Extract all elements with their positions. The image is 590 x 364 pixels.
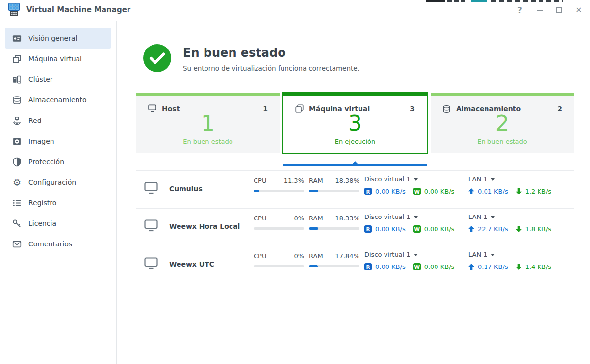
- log-icon: [12, 198, 22, 208]
- ram-meter: RAM18.38%: [309, 177, 359, 192]
- vm-icon: [12, 54, 22, 64]
- chevron-down-icon: [414, 178, 418, 181]
- upload-arrow-icon: [468, 264, 474, 270]
- summary-cards: Host 1 1 En buen estado Máquina virtual …: [136, 93, 574, 153]
- read-badge-icon: R: [364, 225, 372, 233]
- disk-selector[interactable]: Disco virtual 1: [364, 175, 454, 183]
- ram-value: 17.84%: [335, 252, 359, 260]
- chevron-down-icon: [491, 178, 495, 181]
- disk-io: Disco virtual 1 R 0.00 KB/s W 0.00 KB/s: [364, 213, 454, 233]
- maximize-button[interactable]: [555, 6, 564, 15]
- disk-write-speed: 0.00 KB/s: [424, 188, 455, 195]
- upload-arrow-icon: [468, 226, 474, 232]
- sidebar-item-proteccion[interactable]: Protección: [5, 151, 111, 172]
- lan-upload-speed: 22.7 KB/s: [478, 225, 508, 233]
- disk-read-speed: 0.00 KB/s: [375, 263, 406, 270]
- key-icon: [12, 219, 22, 228]
- card-count: 2: [557, 105, 562, 113]
- vm-row-weewx-hora-local[interactable]: Weewx Hora Local CPU0% RAM18.33% Disco v…: [136, 209, 574, 246]
- disk-selector[interactable]: Disco virtual 1: [364, 213, 454, 220]
- status-subtitle: Su entorno de virtualización funciona co…: [183, 64, 359, 72]
- background-window-fragment: [491, 0, 563, 2]
- lan-download-speed: 1.8 KB/s: [525, 225, 551, 233]
- chevron-down-icon: [414, 254, 418, 256]
- lan-selector[interactable]: LAN 1: [468, 175, 551, 183]
- selected-card-indicator: [283, 164, 427, 166]
- card-big-number: 3: [283, 113, 427, 134]
- network-icon: [12, 116, 22, 125]
- sidebar-item-imagen[interactable]: Imagen: [5, 131, 111, 151]
- vm-row-cumulus[interactable]: Cumulus CPU11.3% RAM18.38% Disco virtual…: [136, 171, 574, 209]
- card-status-text: En buen estado: [431, 138, 574, 145]
- vm-monitor-icon: [144, 219, 158, 232]
- write-badge-icon: W: [413, 263, 421, 270]
- card-status-bar: [136, 93, 280, 96]
- close-button[interactable]: ✕: [574, 6, 583, 15]
- disk-io: Disco virtual 1 R 0.00 KB/s W 0.00 KB/s: [364, 175, 454, 195]
- vm-name: Weewx Hora Local: [169, 222, 248, 230]
- sidebar-item-licencia[interactable]: Licencia: [5, 213, 111, 234]
- sidebar-item-registro[interactable]: Registro: [5, 193, 111, 213]
- download-arrow-icon: [516, 188, 522, 194]
- summary-card-almacenamiento[interactable]: Almacenamiento 2 2 En buen estado: [431, 93, 574, 153]
- sidebar: Visión general Máquina virtual Clúster A…: [0, 21, 117, 364]
- shield-icon: [12, 157, 22, 167]
- disk-write-speed: 0.00 KB/s: [424, 263, 455, 270]
- status-title: En buen estado: [183, 46, 359, 60]
- background-window-fragment: [426, 0, 445, 2]
- sidebar-item-almacenamiento[interactable]: Almacenamiento: [5, 90, 111, 110]
- sidebar-item-comentarios[interactable]: Comentarios: [5, 234, 111, 254]
- storage-icon: [442, 104, 451, 113]
- card-label: Almacenamiento: [456, 105, 521, 113]
- help-button[interactable]: ?: [515, 6, 524, 15]
- read-badge-icon: R: [364, 188, 372, 195]
- sidebar-item-maquina-virtual[interactable]: Máquina virtual: [5, 49, 111, 69]
- mail-icon: [12, 240, 22, 249]
- sidebar-item-cluster[interactable]: Clúster: [5, 69, 111, 90]
- lan-download-speed: 1.2 KB/s: [525, 188, 551, 195]
- vm-monitor-icon: [144, 182, 158, 194]
- lan-upload-speed: 0.01 KB/s: [478, 188, 508, 195]
- lan-io: LAN 1 0.17 KB/s 1.4 KB/s: [468, 251, 551, 270]
- sidebar-item-red[interactable]: Red: [5, 110, 111, 131]
- background-window-fragment: [447, 0, 468, 2]
- write-badge-icon: W: [413, 225, 421, 233]
- lan-io: LAN 1 22.7 KB/s 1.8 KB/s: [468, 213, 551, 233]
- sidebar-item-configuracion[interactable]: ⚙ Configuración: [5, 172, 111, 193]
- cluster-icon: [12, 75, 22, 84]
- summary-card-maquina-virtual[interactable]: Máquina virtual 3 3 En ejecución: [282, 92, 428, 154]
- ram-meter: RAM17.84%: [309, 252, 359, 267]
- minimize-button[interactable]: [535, 6, 544, 15]
- cpu-value: 11.3%: [284, 177, 304, 184]
- lan-download-speed: 1.4 KB/s: [525, 263, 551, 270]
- sidebar-item-vision-general[interactable]: Visión general: [5, 28, 111, 49]
- card-big-number: 2: [431, 113, 574, 134]
- lan-selector[interactable]: LAN 1: [468, 251, 551, 258]
- write-badge-icon: W: [413, 188, 421, 195]
- overview-icon: [12, 34, 22, 43]
- ram-value: 18.33%: [335, 215, 359, 222]
- read-badge-icon: R: [364, 263, 372, 270]
- card-status-text: En buen estado: [136, 138, 280, 145]
- health-check-icon: [143, 44, 171, 72]
- storage-icon: [12, 96, 22, 105]
- card-status-text: En ejecución: [283, 138, 427, 145]
- ram-value: 18.38%: [335, 177, 359, 184]
- disk-read-speed: 0.00 KB/s: [375, 188, 406, 195]
- vm-list: Cumulus CPU11.3% RAM18.38% Disco virtual…: [136, 170, 574, 284]
- disk-read-speed: 0.00 KB/s: [375, 225, 406, 233]
- card-label: Host: [162, 105, 180, 113]
- lan-selector[interactable]: LAN 1: [468, 213, 551, 220]
- background-window-fragment: [0, 0, 590, 3]
- download-arrow-icon: [516, 264, 522, 270]
- disk-selector[interactable]: Disco virtual 1: [364, 251, 454, 258]
- card-status-bar: [283, 93, 427, 96]
- disk-write-speed: 0.00 KB/s: [424, 225, 455, 233]
- vm-row-weewx-utc[interactable]: Weewx UTC CPU0% RAM17.84% Disco virtual …: [136, 246, 574, 284]
- cpu-meter: CPU11.3%: [254, 177, 304, 192]
- summary-card-host[interactable]: Host 1 1 En buen estado: [136, 93, 280, 153]
- vm-monitor-icon: [144, 257, 158, 269]
- window-controls: ? ✕: [515, 0, 583, 20]
- main-content: En buen estado Su entorno de virtualizac…: [117, 21, 590, 364]
- chevron-down-icon: [414, 216, 418, 218]
